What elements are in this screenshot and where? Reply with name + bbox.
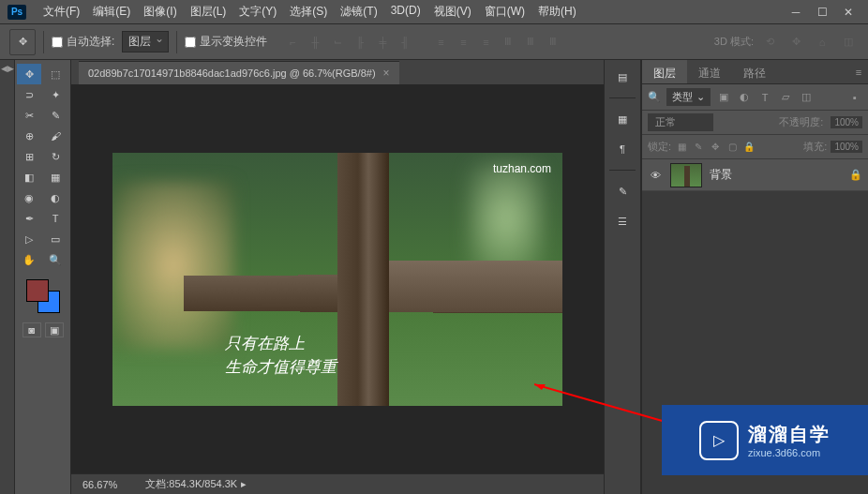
hand-tool[interactable]: ✋ bbox=[17, 249, 41, 270]
3d-zoom-icon[interactable]: ⌂ bbox=[812, 32, 832, 52]
move-tool[interactable]: ✥ bbox=[17, 64, 41, 84]
filter-pixel-icon[interactable]: ▣ bbox=[716, 90, 731, 105]
divider bbox=[176, 31, 177, 53]
dist-bottom-icon[interactable]: ≡ bbox=[475, 32, 496, 52]
color-swatches bbox=[17, 276, 68, 317]
swatches-panel-icon[interactable]: ✎ bbox=[611, 180, 634, 202]
filter-toggle-icon[interactable]: ▪ bbox=[847, 90, 862, 105]
dock-collapse-icon[interactable]: ◀▶ bbox=[1, 64, 14, 73]
dist-left-icon[interactable]: Ⅲ bbox=[498, 32, 518, 52]
eraser-tool[interactable]: ◧ bbox=[17, 167, 41, 187]
adjustments-panel-icon[interactable]: ☰ bbox=[611, 210, 634, 232]
tab-layers[interactable]: 图层 bbox=[642, 60, 687, 83]
eyedropper-tool[interactable]: ✎ bbox=[43, 105, 67, 126]
history-panel-icon[interactable]: ▤ bbox=[611, 66, 634, 88]
menu-window[interactable]: 窗口(W) bbox=[479, 0, 531, 23]
options-bar: ✥ 自动选择: 图层 显示变换控件 ⌐ ╫ ⌙ ╟ ╪ ╢ ≡ ≡ ≡ Ⅲ Ⅲ … bbox=[0, 24, 868, 60]
filter-type-select[interactable]: 类型 ⌄ bbox=[666, 88, 711, 106]
zoom-tool[interactable]: 🔍 bbox=[43, 249, 67, 270]
dist-vcenter-icon[interactable]: ≡ bbox=[453, 32, 473, 52]
fill-label: 填充: bbox=[803, 140, 827, 154]
magic-wand-tool[interactable]: ✦ bbox=[43, 84, 67, 105]
titlebar: Ps 文件(F) 编辑(E) 图像(I) 图层(L) 文字(Y) 选择(S) 滤… bbox=[0, 0, 868, 24]
pen-tool[interactable]: ✒ bbox=[17, 208, 41, 229]
crop-tool[interactable]: ✂ bbox=[17, 105, 41, 126]
filter-shape-icon[interactable]: ▱ bbox=[778, 90, 793, 105]
shape-tool[interactable]: ▭ bbox=[43, 229, 67, 249]
maximize-button[interactable]: ☐ bbox=[810, 3, 834, 22]
layer-row[interactable]: 👁 背景 🔒 bbox=[642, 159, 868, 191]
align-vcenter-icon[interactable]: ╫ bbox=[305, 32, 325, 52]
auto-select-check[interactable]: 自动选择: bbox=[52, 34, 114, 50]
zoom-level[interactable]: 66.67% bbox=[82, 479, 117, 490]
minimize-button[interactable]: ─ bbox=[784, 3, 808, 22]
filter-adjust-icon[interactable]: ◐ bbox=[737, 90, 752, 105]
filter-smart-icon[interactable]: ◫ bbox=[799, 90, 814, 105]
align-bottom-icon[interactable]: ⌙ bbox=[327, 32, 348, 52]
marquee-tool[interactable]: ⬚ bbox=[43, 64, 67, 84]
menu-select[interactable]: 选择(S) bbox=[284, 0, 333, 23]
tab-paths[interactable]: 路径 bbox=[732, 60, 777, 83]
panel-menu-icon[interactable]: ≡ bbox=[849, 60, 868, 83]
tab-channels[interactable]: 通道 bbox=[687, 60, 732, 83]
paragraph-panel-icon[interactable]: ¶ bbox=[611, 138, 634, 160]
lock-transparent-icon[interactable]: ▦ bbox=[675, 141, 688, 154]
opacity-value[interactable]: 100% bbox=[831, 116, 862, 128]
menu-help[interactable]: 帮助(H) bbox=[532, 0, 582, 23]
lock-artboard-icon[interactable]: ▢ bbox=[726, 141, 739, 154]
type-tool[interactable]: T bbox=[43, 208, 67, 229]
healing-tool[interactable]: ⊕ bbox=[17, 126, 41, 146]
foreground-color[interactable] bbox=[26, 279, 49, 302]
close-button[interactable]: ✕ bbox=[836, 3, 861, 22]
3d-pan-icon[interactable]: ✥ bbox=[786, 32, 806, 52]
path-select-tool[interactable]: ▷ bbox=[17, 229, 41, 249]
quick-mask-icon[interactable]: ◙ bbox=[22, 322, 41, 337]
menu-file[interactable]: 文件(F) bbox=[37, 0, 85, 23]
3d-orbit-icon[interactable]: ⟲ bbox=[759, 32, 780, 52]
move-tool-icon[interactable]: ✥ bbox=[9, 29, 36, 55]
character-panel-icon[interactable]: ▦ bbox=[611, 108, 634, 130]
blend-mode-select[interactable]: 正常 bbox=[648, 113, 713, 131]
fill-value[interactable]: 100% bbox=[831, 141, 862, 153]
gradient-tool[interactable]: ▦ bbox=[43, 167, 67, 187]
dist-right-icon[interactable]: Ⅲ bbox=[543, 32, 563, 52]
menu-type[interactable]: 文字(Y) bbox=[233, 0, 282, 23]
brush-tool[interactable]: 🖌 bbox=[43, 126, 67, 146]
lasso-tool[interactable]: ⊃ bbox=[17, 84, 41, 105]
blur-tool[interactable]: ◉ bbox=[17, 187, 41, 208]
align-top-icon[interactable]: ⌐ bbox=[282, 32, 303, 52]
history-brush-tool[interactable]: ↻ bbox=[43, 146, 67, 167]
screen-mode-icon[interactable]: ▣ bbox=[45, 322, 64, 337]
align-left-icon[interactable]: ╟ bbox=[350, 32, 370, 52]
filter-type-icon[interactable]: T bbox=[757, 90, 772, 105]
auto-select-checkbox[interactable] bbox=[52, 37, 63, 48]
3d-scale-icon[interactable]: ◫ bbox=[838, 32, 859, 52]
document-tab[interactable]: 02d89b7c17014971b8846dac1ad976c6.jpg @ 6… bbox=[79, 61, 399, 84]
layer-thumbnail[interactable] bbox=[670, 163, 702, 187]
status-bar: 66.67% 文档:854.3K/854.3K ▸ bbox=[71, 473, 604, 494]
layer-select-dropdown[interactable]: 图层 bbox=[122, 31, 169, 52]
menu-image[interactable]: 图像(I) bbox=[138, 0, 182, 23]
menu-filter[interactable]: 滤镜(T) bbox=[335, 0, 382, 23]
canvas[interactable]: tuzhan.com 只有在路上 生命才值得尊重 bbox=[71, 84, 604, 473]
dist-hcenter-icon[interactable]: Ⅲ bbox=[520, 32, 541, 52]
tab-close-icon[interactable]: × bbox=[383, 67, 390, 80]
menu-layer[interactable]: 图层(L) bbox=[185, 0, 232, 23]
distribute-buttons: ≡ ≡ ≡ Ⅲ Ⅲ Ⅲ bbox=[430, 32, 563, 52]
layer-name[interactable]: 背景 bbox=[710, 167, 842, 183]
doc-size-info[interactable]: 文档:854.3K/854.3K ▸ bbox=[145, 477, 247, 491]
lock-all-icon[interactable]: 🔒 bbox=[742, 141, 756, 154]
lock-position-icon[interactable]: ✥ bbox=[709, 141, 722, 154]
dodge-tool[interactable]: ◐ bbox=[43, 187, 67, 208]
align-right-icon[interactable]: ╢ bbox=[395, 32, 415, 52]
stamp-tool[interactable]: ⊞ bbox=[17, 146, 41, 167]
align-hcenter-icon[interactable]: ╪ bbox=[372, 32, 393, 52]
show-transform-check[interactable]: 显示变换控件 bbox=[185, 34, 267, 50]
layer-visibility-icon[interactable]: 👁 bbox=[648, 168, 663, 183]
menu-3d[interactable]: 3D(D) bbox=[385, 0, 427, 23]
menu-view[interactable]: 视图(V) bbox=[428, 0, 477, 23]
show-transform-checkbox[interactable] bbox=[185, 37, 196, 48]
dist-top-icon[interactable]: ≡ bbox=[430, 32, 451, 52]
menu-edit[interactable]: 编辑(E) bbox=[87, 0, 136, 23]
lock-pixels-icon[interactable]: ✎ bbox=[692, 141, 705, 154]
